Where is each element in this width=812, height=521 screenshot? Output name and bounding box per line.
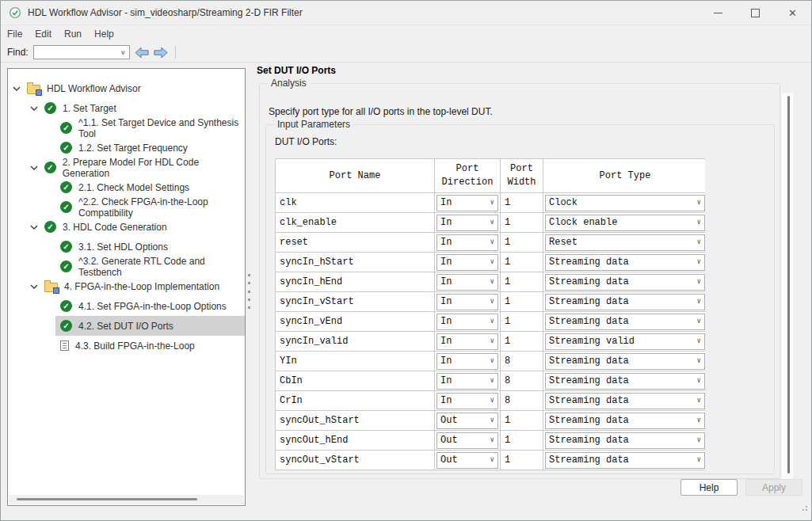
maximize-button[interactable] — [737, 1, 774, 25]
table-row: clkIn∨1Clock∨ — [276, 193, 706, 213]
port-type-select[interactable]: Streaming data∨ — [545, 274, 705, 291]
port-name-cell: clk — [276, 193, 435, 213]
port-type-select[interactable]: Streaming data∨ — [545, 393, 705, 409]
column-header-port-width: Port Width — [501, 159, 543, 193]
port-direction-select[interactable]: In∨ — [436, 234, 498, 251]
port-name-cell: YIn — [276, 352, 435, 371]
port-type-select[interactable]: Streaming data∨ — [545, 353, 705, 370]
chevron-down-icon: ∨ — [697, 457, 701, 464]
tree-item[interactable]: ✓^2.2. Check FPGA-in-the-Loop Compatibil… — [8, 197, 245, 217]
port-direction-select[interactable]: Out∨ — [436, 452, 498, 469]
port-direction-select[interactable]: In∨ — [436, 314, 498, 330]
menu-item-help[interactable]: Help — [94, 29, 114, 40]
window-resize-grip[interactable] — [801, 504, 807, 511]
tree-item[interactable]: 4. FPGA-in-the-Loop Implementation — [8, 276, 245, 296]
table-row: syncOut_hStartOut∨1Streaming data∨ — [276, 411, 706, 431]
port-name-cell: syncIn_hStart — [276, 253, 435, 272]
port-direction-select[interactable]: Out∨ — [436, 413, 498, 429]
apply-button[interactable]: Apply — [745, 479, 802, 496]
tree-item[interactable]: ✓4.1. Set FPGA-in-the-Loop Options — [8, 296, 245, 316]
check-passed-icon: ✓ — [60, 260, 72, 272]
tree-item[interactable]: ✓3.1. Set HDL Options — [8, 237, 245, 257]
tree-item-label: 1. Set Target — [63, 103, 116, 114]
tree-item[interactable]: ✓^1.1. Set Target Device and Synthesis T… — [8, 118, 245, 138]
close-icon: ✕ — [788, 8, 797, 18]
port-width-cell — [501, 470, 543, 471]
table-row: syncOut_hEndOut∨1Streaming data∨ — [276, 431, 706, 451]
port-direction-select[interactable]: In∨ — [436, 274, 498, 291]
chevron-down-icon: ∨ — [697, 299, 701, 306]
port-type-select[interactable]: Streaming data∨ — [545, 294, 705, 310]
chevron-down-icon: ∨ — [490, 318, 494, 325]
port-type-select[interactable]: Streaming valid∨ — [545, 333, 705, 350]
port-direction-select[interactable]: In∨ — [436, 393, 498, 409]
table-row: YInIn∨8Streaming data∨ — [276, 352, 706, 371]
chevron-down-icon: ∨ — [490, 338, 494, 345]
find-input[interactable] — [36, 46, 117, 59]
chevron-down-icon[interactable] — [13, 86, 22, 91]
port-type-select[interactable]: Streaming data∨ — [545, 432, 705, 449]
chevron-down-icon[interactable] — [30, 106, 40, 111]
menu-item-file[interactable]: File — [7, 29, 22, 40]
port-direction-select[interactable]: In∨ — [436, 195, 498, 211]
find-next-button[interactable] — [154, 47, 168, 59]
port-direction-select[interactable]: In∨ — [436, 254, 498, 271]
tree-item[interactable]: ✓1.2. Set Target Frequency — [8, 138, 245, 158]
port-type-select[interactable]: Streaming data∨ — [545, 413, 705, 429]
find-combobox[interactable]: ∨ — [33, 45, 130, 59]
tree-item[interactable]: ✓2. Prepare Model For HDL Code Generatio… — [8, 158, 245, 177]
minimize-icon — [714, 13, 722, 13]
port-type-select[interactable]: Streaming data∨ — [545, 452, 705, 469]
tree-item[interactable]: ✓4.2. Set DUT I/O Ports — [55, 316, 245, 336]
port-direction-select[interactable]: In∨ — [436, 373, 498, 390]
tree-item[interactable]: ✓3. HDL Code Generation — [8, 217, 245, 237]
tree-item[interactable]: ✓2.1. Check Model Settings — [8, 177, 245, 197]
find-previous-button[interactable] — [135, 47, 149, 59]
port-type-select[interactable]: Clock enable∨ — [545, 215, 705, 231]
workflow-tree: HDL Workflow Advisor✓1. Set Target✓^1.1.… — [8, 78, 245, 356]
table-row: resetIn∨1Reset∨ — [276, 233, 706, 253]
chevron-down-icon: ∨ — [697, 239, 701, 246]
check-passed-icon: ✓ — [60, 181, 72, 193]
port-type-select[interactable]: Clock∨ — [545, 195, 705, 211]
port-direction-select[interactable]: In∨ — [436, 333, 498, 350]
hdl-workflow-advisor-window: HDL Workflow Advisor - sim_videosharp/St… — [0, 0, 812, 521]
port-type-select[interactable]: Streaming data∨ — [545, 254, 705, 271]
window-title: HDL Workflow Advisor - sim_videosharp/St… — [28, 7, 303, 18]
port-name-cell: syncIn_hEnd — [276, 272, 435, 292]
tree-item[interactable]: HDL Workflow Advisor — [8, 78, 245, 98]
port-width-cell: 1 — [501, 233, 543, 253]
chevron-down-icon: ∨ — [490, 299, 494, 306]
help-button[interactable]: Help — [680, 479, 738, 496]
chevron-down-icon[interactable] — [30, 225, 40, 230]
chevron-down-icon[interactable] — [30, 165, 40, 170]
close-button[interactable]: ✕ — [774, 1, 811, 25]
port-direction-select[interactable]: In∨ — [436, 353, 498, 370]
menu-item-edit[interactable]: Edit — [35, 29, 51, 40]
port-direction-select[interactable]: Out∨ — [436, 432, 498, 449]
minimize-button[interactable] — [700, 1, 737, 25]
menu-item-run[interactable]: Run — [64, 29, 82, 40]
check-passed-icon: ✓ — [44, 102, 56, 114]
tree-horizontal-scrollbar[interactable] — [9, 495, 244, 504]
panel-vertical-scrollbar-thumb[interactable] — [787, 96, 790, 473]
tree-item[interactable]: ✓1. Set Target — [8, 98, 245, 118]
chevron-down-icon[interactable] — [30, 284, 40, 289]
tree-horizontal-scrollbar-thumb[interactable] — [17, 498, 197, 500]
port-direction-select[interactable]: In∨ — [436, 215, 498, 231]
port-name-cell: clk_enable — [276, 213, 435, 233]
port-type-select[interactable]: Streaming data∨ — [545, 373, 705, 390]
check-passed-icon: ✓ — [60, 142, 72, 154]
table-row: CbInIn∨8Streaming data∨ — [276, 371, 706, 391]
tree-item[interactable]: ✓^3.2. Generate RTL Code and Testbench — [8, 257, 245, 276]
tree-item[interactable]: 4.3. Build FPGA-in-the-Loop — [8, 336, 245, 356]
panel-splitter-handle[interactable] — [247, 274, 251, 309]
port-direction-select[interactable]: In∨ — [436, 294, 498, 310]
port-name-cell: syncOut_vStart — [276, 451, 435, 470]
port-type-select[interactable]: Streaming data∨ — [545, 314, 705, 330]
chevron-down-icon[interactable]: ∨ — [120, 49, 126, 56]
analysis-description: Specify port type for all I/O ports in t… — [269, 106, 493, 117]
port-type-select[interactable]: Reset∨ — [545, 234, 705, 251]
tree-item-label: 2.1. Check Model Settings — [78, 182, 189, 193]
port-name-cell: reset — [276, 233, 435, 253]
